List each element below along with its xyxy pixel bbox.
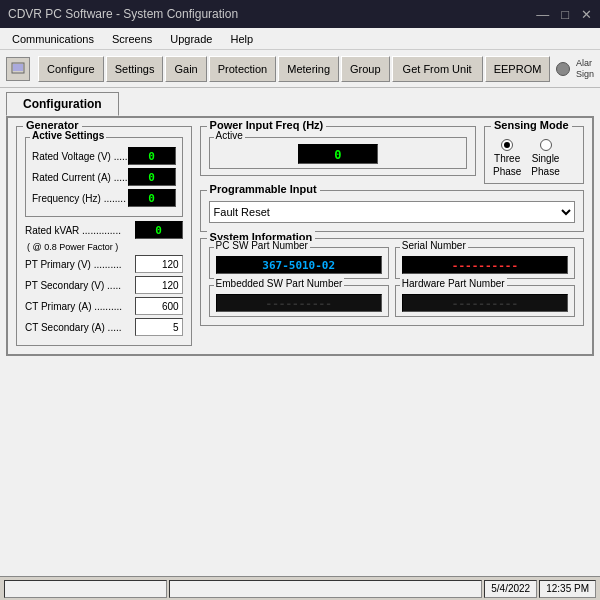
rated-voltage-label: Rated Voltage (V) ..... xyxy=(32,151,128,162)
single-phase-radio[interactable] xyxy=(540,139,552,151)
status-bar: 5/4/2022 12:35 PM xyxy=(0,576,600,600)
btn-gain[interactable]: Gain xyxy=(165,56,206,82)
rated-kvar-row: Rated kVAR .............. 0 xyxy=(25,221,183,239)
pt-secondary-input[interactable] xyxy=(135,276,183,294)
single-phase-label: Single xyxy=(532,153,560,164)
btn-eeprom[interactable]: EEPROM xyxy=(485,56,551,82)
app-title: CDVR PC Software - System Configuration xyxy=(8,7,238,21)
status-segment-2 xyxy=(169,580,482,598)
ct-secondary-input[interactable] xyxy=(135,318,183,336)
frequency-row: Frequency (Hz) ........ 0 xyxy=(32,189,176,207)
serial-number-display: ---------- xyxy=(402,256,568,274)
embedded-sw-part-number-display: ---------- xyxy=(216,294,382,312)
menu-upgrade[interactable]: Upgrade xyxy=(162,31,220,47)
pt-primary-input[interactable] xyxy=(135,255,183,273)
tab-configuration[interactable]: Configuration xyxy=(6,92,119,116)
ct-secondary-label: CT Secondary (A) ..... xyxy=(25,322,135,333)
rated-voltage-row: Rated Voltage (V) ..... 0 xyxy=(32,147,176,165)
minimize-button[interactable]: — xyxy=(536,7,549,22)
power-input-freq-group: Power Input Freq (Hz) Active 0 xyxy=(200,126,476,176)
hardware-part-number-display: ---------- xyxy=(402,294,568,312)
status-date: 5/4/2022 xyxy=(484,580,537,598)
sensing-three-phase[interactable]: Three Phase xyxy=(493,139,521,177)
active-settings-group: Active Settings Rated Voltage (V) ..... … xyxy=(25,137,183,217)
toolbar: Configure Settings Gain Protection Meter… xyxy=(0,50,600,88)
power-factor-note: ( @ 0.8 Power Factor ) xyxy=(27,242,183,252)
three-phase-radio[interactable] xyxy=(501,139,513,151)
btn-protection[interactable]: Protection xyxy=(209,56,277,82)
active-inner-label: Active xyxy=(214,130,245,141)
hardware-part-number-label: Hardware Part Number xyxy=(400,278,507,289)
close-button[interactable]: ✕ xyxy=(581,7,592,22)
pt-secondary-row: PT Secondary (V) ..... xyxy=(25,276,183,294)
system-information-group: System Information PC SW Part Number 367… xyxy=(200,238,584,326)
active-settings-label: Active Settings xyxy=(30,130,106,141)
btn-metering[interactable]: Metering xyxy=(278,56,339,82)
rated-kvar-display: 0 xyxy=(135,221,183,239)
menu-help[interactable]: Help xyxy=(222,31,261,47)
three-phase-label: Three xyxy=(494,153,520,164)
rated-current-display: 0 xyxy=(128,168,176,186)
rated-current-label: Rated Current (A) ..... xyxy=(32,172,128,183)
programmable-input-label: Programmable Input xyxy=(207,183,320,195)
serial-number-item: Serial Number ---------- xyxy=(395,247,575,279)
sensing-mode-group: Sensing Mode Three Phase Single xyxy=(484,126,584,184)
tab-bar: Configuration xyxy=(0,88,600,116)
alarm-indicator: Alar Sign xyxy=(576,58,594,80)
serial-number-label: Serial Number xyxy=(400,240,468,251)
menu-screens[interactable]: Screens xyxy=(104,31,160,47)
pt-primary-row: PT Primary (V) .......... xyxy=(25,255,183,273)
pc-sw-part-number-label: PC SW Part Number xyxy=(214,240,310,251)
btn-settings[interactable]: Settings xyxy=(106,56,164,82)
frequency-label: Frequency (Hz) ........ xyxy=(32,193,128,204)
maximize-button[interactable]: □ xyxy=(561,7,569,22)
programmable-input-group: Programmable Input Fault Reset Option 2 … xyxy=(200,190,584,232)
generator-group: Generator Active Settings Rated Voltage … xyxy=(16,126,192,346)
pt-secondary-label: PT Secondary (V) ..... xyxy=(25,280,135,291)
alarm-led xyxy=(556,62,570,76)
btn-configure[interactable]: Configure xyxy=(38,56,104,82)
ct-secondary-row: CT Secondary (A) ..... xyxy=(25,318,183,336)
rated-kvar-label: Rated kVAR .............. xyxy=(25,225,135,236)
pc-sw-part-number-display: 367-5010-02 xyxy=(216,256,382,274)
btn-group[interactable]: Group xyxy=(341,56,390,82)
sensing-single-phase[interactable]: Single Phase xyxy=(531,139,559,177)
svg-rect-1 xyxy=(13,64,23,71)
single-phase-label2: Phase xyxy=(531,166,559,177)
toolbar-icon-1[interactable] xyxy=(6,57,30,81)
active-freq-display: 0 xyxy=(298,144,378,164)
ct-primary-input[interactable] xyxy=(135,297,183,315)
programmable-input-select[interactable]: Fault Reset Option 2 Option 3 xyxy=(209,201,575,223)
pc-sw-part-number-item: PC SW Part Number 367-5010-02 xyxy=(209,247,389,279)
embedded-sw-part-number-item: Embedded SW Part Number ---------- xyxy=(209,285,389,317)
status-segment-1 xyxy=(4,580,167,598)
rated-current-row: Rated Current (A) ..... 0 xyxy=(32,168,176,186)
main-area: Configuration Generator Active Settings … xyxy=(0,88,600,576)
pt-primary-label: PT Primary (V) .......... xyxy=(25,259,135,270)
sensing-mode-label: Sensing Mode xyxy=(491,119,572,131)
three-phase-label2: Phase xyxy=(493,166,521,177)
menu-bar: Communications Screens Upgrade Help xyxy=(0,28,600,50)
embedded-sw-part-number-label: Embedded SW Part Number xyxy=(214,278,345,289)
rated-voltage-display: 0 xyxy=(128,147,176,165)
btn-get-from-unit[interactable]: Get From Unit xyxy=(392,56,483,82)
hardware-part-number-item: Hardware Part Number ---------- xyxy=(395,285,575,317)
ct-primary-row: CT Primary (A) .......... xyxy=(25,297,183,315)
config-panel: Generator Active Settings Rated Voltage … xyxy=(6,116,594,356)
menu-communications[interactable]: Communications xyxy=(4,31,102,47)
active-inner: Active 0 xyxy=(209,137,467,169)
title-bar: CDVR PC Software - System Configuration … xyxy=(0,0,600,28)
frequency-display: 0 xyxy=(128,189,176,207)
ct-primary-label: CT Primary (A) .......... xyxy=(25,301,135,312)
status-time: 12:35 PM xyxy=(539,580,596,598)
